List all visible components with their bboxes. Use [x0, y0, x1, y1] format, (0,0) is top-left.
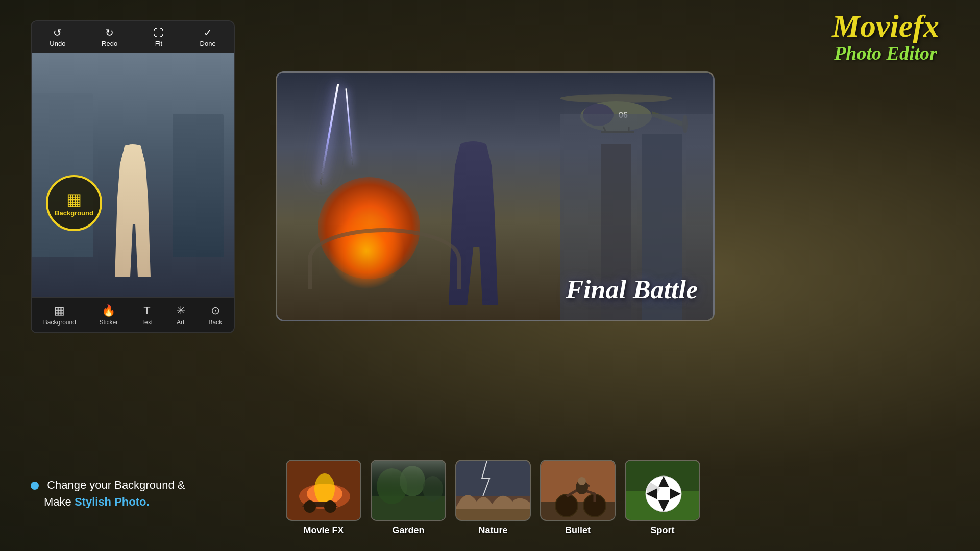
background-circle-icon: ▦ [66, 190, 82, 209]
sport-thumb-bg [626, 461, 699, 520]
moviefx-thumb-svg [287, 461, 361, 521]
categories-section: Movie FX [286, 460, 700, 536]
undo-icon: ↺ [53, 27, 62, 39]
back-label: Back [208, 319, 222, 326]
phone-section: ↺ Undo ↻ Redo ⛶ Fit ✓ Done [31, 20, 235, 333]
background-label: Background [43, 319, 76, 326]
art-tool-button[interactable]: ✳ Art [176, 304, 185, 326]
svg-point-25 [555, 494, 578, 517]
category-bullet[interactable]: Bullet [540, 460, 616, 536]
undo-button[interactable]: ↺ Undo [50, 27, 65, 47]
app-title-main: Moviefx [832, 10, 939, 42]
back-tool-button[interactable]: ⊙ Back [208, 304, 222, 326]
category-thumb-nature [455, 460, 531, 521]
main-preview-area: 06 Final Battle [276, 71, 715, 321]
phone-bottom-bar: ▦ Background 🔥 Sticker T Text ✳ Art ⊙ Ba… [32, 297, 234, 332]
undo-label: Undo [50, 40, 65, 47]
back-icon: ⊙ [211, 304, 220, 317]
phone-toolbar: ↺ Undo ↻ Redo ⛶ Fit ✓ Done [32, 21, 234, 53]
text-label: Text [141, 319, 153, 326]
category-moviefx[interactable]: Movie FX [286, 460, 361, 536]
info-line1: Change your Background & [31, 477, 185, 493]
final-battle-text: Final Battle [566, 274, 698, 305]
sticker-tool-button[interactable]: 🔥 Sticker [100, 304, 118, 326]
fit-icon: ⛶ [154, 27, 164, 39]
category-thumb-garden [371, 460, 446, 521]
bridge-arch [308, 228, 461, 289]
garden-thumb-bg [372, 461, 445, 520]
bullet-thumb-bg [541, 461, 615, 520]
svg-rect-22 [456, 509, 531, 521]
fit-button[interactable]: ⛶ Fit [154, 27, 164, 47]
preview-scene: 06 Final Battle [277, 73, 713, 320]
art-icon: ✳ [176, 304, 185, 317]
category-label-bullet: Bullet [565, 525, 591, 536]
app-title: Moviefx Photo Editor [832, 10, 939, 64]
garden-thumb-svg [372, 461, 446, 521]
category-thumb-bullet [540, 460, 616, 521]
building-right [173, 114, 224, 257]
svg-point-13 [324, 500, 336, 513]
sticker-icon: 🔥 [102, 304, 115, 317]
info-text-section: Change your Background & Make Stylish Ph… [31, 477, 185, 510]
sticker-label: Sticker [100, 319, 118, 326]
category-label-garden: Garden [392, 525, 424, 536]
done-button[interactable]: ✓ Done [200, 27, 216, 47]
bullet-thumb-svg [541, 461, 616, 521]
category-label-moviefx: Movie FX [303, 525, 344, 536]
fit-label: Fit [155, 40, 162, 47]
nature-thumb-bg [456, 461, 530, 520]
phone-image-area [32, 53, 234, 297]
background-tool-button[interactable]: ▦ Background [43, 304, 76, 326]
redo-icon: ↻ [105, 27, 114, 39]
category-thumb-sport [625, 460, 700, 521]
done-icon: ✓ [204, 27, 212, 39]
svg-point-11 [314, 473, 335, 504]
nature-thumb-svg [456, 461, 531, 521]
moviefx-thumb-bg [287, 461, 360, 520]
app-title-sub: Photo Editor [832, 42, 939, 64]
phone-frame: ↺ Undo ↻ Redo ⛶ Fit ✓ Done [31, 20, 235, 333]
info-line2: Make Stylish Photo. [31, 493, 185, 510]
category-garden[interactable]: Garden [371, 460, 446, 536]
category-sport[interactable]: Sport [625, 460, 700, 536]
redo-label: Redo [102, 40, 117, 47]
art-label: Art [177, 319, 184, 326]
category-thumb-moviefx [286, 460, 361, 521]
building-left [32, 93, 93, 257]
sport-thumb-svg [626, 461, 700, 521]
info-dot [31, 482, 39, 490]
text-icon: T [143, 304, 150, 317]
background-highlight-circle: ▦ Background [46, 175, 102, 231]
category-label-nature: Nature [478, 525, 507, 536]
category-label-sport: Sport [651, 525, 675, 536]
svg-point-12 [304, 500, 316, 513]
svg-point-28 [578, 477, 586, 485]
background-circle-label: Background [55, 209, 93, 217]
text-tool-button[interactable]: T Text [141, 304, 153, 326]
done-label: Done [200, 40, 216, 47]
svg-rect-19 [372, 461, 446, 496]
category-nature[interactable]: Nature [455, 460, 531, 536]
redo-button[interactable]: ↻ Redo [102, 27, 117, 47]
background-icon: ▦ [54, 304, 65, 317]
svg-rect-21 [456, 461, 531, 496]
